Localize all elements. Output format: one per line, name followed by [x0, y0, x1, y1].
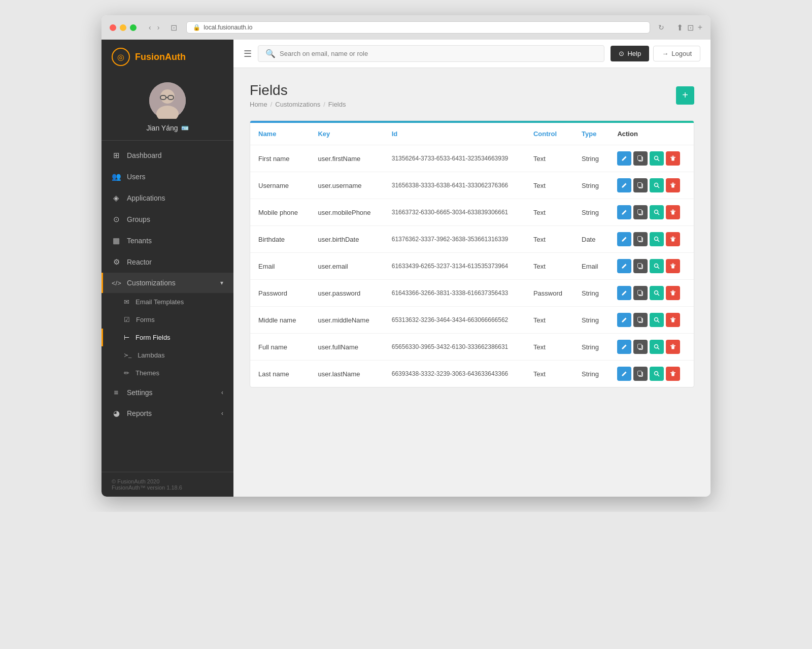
forward-button[interactable]: › [155, 22, 162, 33]
edit-button-3[interactable] [617, 232, 631, 246]
logout-button[interactable]: → Logout [653, 46, 700, 61]
search-button-6[interactable] [650, 313, 664, 327]
copy-button-8[interactable] [633, 367, 648, 381]
back-button[interactable]: ‹ [147, 22, 153, 33]
cell-actions-8 [609, 361, 694, 387]
delete-button-0[interactable] [666, 151, 680, 166]
delete-button-1[interactable] [666, 178, 680, 192]
edit-button-2[interactable] [617, 205, 631, 219]
delete-button-6[interactable] [666, 313, 680, 327]
sidebar-item-themes[interactable]: ✏ Themes [101, 364, 233, 382]
sidebar-item-form-fields[interactable]: ⊢ Form Fields [101, 329, 233, 346]
forms-icon: ☑ [124, 316, 130, 323]
edit-button-8[interactable] [617, 367, 631, 381]
edit-button-0[interactable] [617, 151, 631, 166]
search-icon: 🔍 [265, 49, 276, 58]
sidebar-toggle-button[interactable]: ☰ [244, 48, 252, 59]
svg-point-58 [655, 345, 658, 348]
reports-icon: ◕ [112, 409, 121, 418]
search-button-4[interactable] [650, 259, 664, 273]
cell-name-5: Password [250, 280, 310, 307]
search-button-3[interactable] [650, 232, 664, 246]
cell-id-3: 61376362-3337-3962-3638-353661316339 [384, 226, 525, 253]
sidebar-item-email-templates[interactable]: ✉ Email Templates [101, 293, 233, 311]
topbar-actions: ⊙ Help → Logout [611, 46, 700, 61]
cell-control-7: Text [525, 334, 573, 361]
help-label: Help [627, 50, 641, 57]
breadcrumb-section[interactable]: Customizations [275, 101, 320, 108]
reports-chevron-icon: ‹ [221, 410, 223, 417]
copy-button-4[interactable] [633, 259, 648, 273]
copy-button-5[interactable] [633, 286, 648, 300]
copy-button-7[interactable] [633, 340, 648, 354]
share-button[interactable]: ⬆ [676, 23, 683, 33]
delete-button-2[interactable] [666, 205, 680, 219]
breadcrumb-home[interactable]: Home [250, 101, 267, 108]
search-input[interactable] [280, 50, 597, 57]
edit-button-6[interactable] [617, 313, 631, 327]
close-button[interactable] [110, 24, 116, 31]
edit-button-1[interactable] [617, 178, 631, 192]
user-icon: 🪪 [181, 124, 189, 132]
edit-button-4[interactable] [617, 259, 631, 273]
new-tab-button[interactable]: ⊡ [687, 23, 694, 33]
col-key: Key [310, 123, 383, 145]
sidebar-item-users[interactable]: 👥 Users [101, 166, 233, 187]
delete-button-7[interactable] [666, 340, 680, 354]
copy-button-2[interactable] [633, 205, 648, 219]
edit-button-7[interactable] [617, 340, 631, 354]
search-button-0[interactable] [650, 151, 664, 166]
delete-button-4[interactable] [666, 259, 680, 273]
svg-line-31 [658, 240, 660, 242]
sidebar-item-forms[interactable]: ☑ Forms [101, 311, 233, 329]
add-tab-button[interactable]: + [698, 23, 702, 33]
app-container: ◎ FusionAuth [101, 40, 710, 497]
edit-button-5[interactable] [617, 286, 631, 300]
svg-rect-8 [638, 156, 641, 160]
copy-button-1[interactable] [633, 178, 648, 192]
page-header: Fields Home / Customizations / Fields + [250, 82, 694, 108]
help-button[interactable]: ⊙ Help [611, 46, 649, 61]
form-fields-icon: ⊢ [124, 334, 129, 341]
search-button-8[interactable] [650, 367, 664, 381]
sidebar-label-groups: Groups [127, 215, 150, 223]
settings-chevron-icon: ‹ [221, 389, 223, 396]
search-button-2[interactable] [650, 205, 664, 219]
table-row: First name user.firstName 31356264-3733-… [250, 145, 694, 172]
refresh-button[interactable]: ↻ [656, 22, 666, 33]
reader-view-button[interactable]: ⊡ [167, 22, 180, 34]
delete-button-5[interactable] [666, 286, 680, 300]
cell-type-7: String [573, 334, 609, 361]
delete-button-8[interactable] [666, 367, 680, 381]
copy-button-0[interactable] [633, 151, 648, 166]
add-button[interactable]: + [676, 86, 694, 105]
browser-titlebar: ‹ › ⊡ 🔒 local.fusionauth.io ↻ ⬆ ⊡ + [101, 15, 710, 40]
minimize-button[interactable] [120, 24, 126, 31]
copy-button-6[interactable] [633, 313, 648, 327]
themes-icon: ✏ [124, 369, 129, 377]
sidebar-item-dashboard[interactable]: ⊞ Dashboard [101, 145, 233, 166]
applications-icon: ◈ [112, 193, 121, 203]
sidebar-item-lambdas[interactable]: ≻_ Lambdas [101, 346, 233, 364]
search-button-1[interactable] [650, 178, 664, 192]
cell-type-2: String [573, 199, 609, 226]
table-header: Name Key Id Control Type Action [250, 123, 694, 145]
sidebar-item-tenants[interactable]: ▦ Tenants [101, 230, 233, 251]
sidebar-item-settings[interactable]: ≡ Settings ‹ [101, 382, 233, 403]
delete-button-3[interactable] [666, 232, 680, 246]
cell-type-5: String [573, 280, 609, 307]
sidebar-item-reactor[interactable]: ⚙ Reactor [101, 251, 233, 273]
table-row: Birthdate user.birthDate 61376362-3337-3… [250, 226, 694, 253]
search-button-5[interactable] [650, 286, 664, 300]
sidebar-item-groups[interactable]: ⊙ Groups [101, 209, 233, 230]
sidebar-item-applications[interactable]: ◈ Applications [101, 187, 233, 209]
cell-id-7: 65656330-3965-3432-6130-333662386631 [384, 334, 525, 361]
cell-key-7: user.fullName [310, 334, 383, 361]
sidebar-item-customizations[interactable]: </> Customizations ▾ [101, 273, 233, 293]
cell-actions-6 [609, 307, 694, 334]
cell-control-8: Text [525, 361, 573, 387]
search-button-7[interactable] [650, 340, 664, 354]
sidebar-item-reports[interactable]: ◕ Reports ‹ [101, 403, 233, 424]
copy-button-3[interactable] [633, 232, 648, 246]
maximize-button[interactable] [130, 24, 137, 31]
